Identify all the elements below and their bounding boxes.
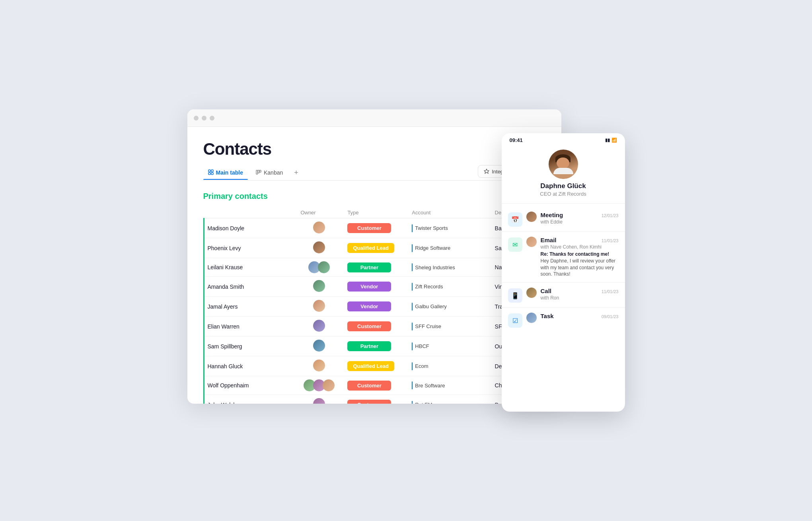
table-icon — [208, 169, 214, 176]
activity-item[interactable]: ☑ Task 09/01/23 — [502, 308, 625, 332]
integrate-icon — [484, 169, 489, 174]
contact-owner — [296, 395, 343, 404]
window-dot-2 — [202, 116, 206, 121]
activity-header: Email 11/01/23 — [541, 237, 619, 243]
activity-item[interactable]: ✉ Email 11/01/23 with Nave Cohen, Ron Ki… — [502, 232, 625, 283]
table-row[interactable]: John WalshCustomerRot EMPrototype — [204, 395, 545, 404]
table-row[interactable]: Jamal AyersVendorGalbu GalleryTrays — [204, 297, 545, 317]
activity-date: 11/01/23 — [602, 289, 619, 294]
activity-type: Meeting — [541, 212, 563, 218]
activity-list: 📅 Meeting 12/01/23 with Eddie ✉ Email 11… — [502, 204, 625, 412]
table-row[interactable]: Phoenix LevyQualified LeadRidge Software… — [204, 238, 545, 258]
mobile-panel: 09:41 ▮▮ 📶 — [502, 133, 625, 412]
activity-person-avatar — [526, 313, 537, 323]
profile-title: CEO at Zift Records — [540, 191, 586, 197]
owner-avatar — [313, 360, 325, 371]
table-row[interactable]: Leilani KrausePartnerSheleg IndustriesNa… — [204, 258, 545, 277]
owner-avatar — [313, 241, 325, 253]
owner-avatar — [323, 379, 335, 391]
contact-account: Bre Software — [407, 376, 490, 395]
svg-rect-0 — [208, 170, 210, 172]
activity-icon-task: ☑ — [508, 313, 522, 328]
activity-type: Task — [541, 313, 554, 319]
email-icon: ✉ — [512, 241, 518, 249]
activity-header: Call 11/01/23 — [541, 288, 619, 294]
contact-name: John Walsh — [204, 395, 296, 404]
table-row[interactable]: Hannah GluckQualified LeadEcomDeal 1 — [204, 356, 545, 376]
profile-section: Daphne Glück CEO at Zift Records — [502, 146, 625, 204]
table-row[interactable]: Wolf OppenhaimCustomerBre SoftwareCheese… — [204, 376, 545, 395]
contact-type: Vendor — [343, 297, 407, 317]
contact-type: Vendor — [343, 277, 407, 297]
contact-account: Ridge Software — [407, 238, 490, 258]
table-row[interactable]: Amanda SmithVendorZift RecordsVinyl EP — [204, 277, 545, 297]
contact-owner — [296, 317, 343, 336]
contact-account: Rot EM — [407, 395, 490, 404]
window-dot-1 — [194, 116, 199, 121]
activity-sub: with Ron — [541, 295, 619, 301]
avatar — [549, 150, 578, 179]
svg-rect-2 — [208, 173, 210, 175]
tab-kanban[interactable]: Kanban — [251, 166, 288, 179]
contact-account: Twister Sports — [407, 218, 490, 238]
activity-body: Call 11/01/23 with Ron — [541, 288, 619, 302]
table-row[interactable]: Sam SpillbergPartnerHBCFOutsourci — [204, 336, 545, 356]
contact-name: Jamal Ayers — [204, 297, 296, 317]
status-time: 09:41 — [510, 137, 523, 143]
contact-name: Hannah Gluck — [204, 356, 296, 376]
contact-type: Qualified Lead — [343, 356, 407, 376]
status-bar: 09:41 ▮▮ 📶 — [502, 133, 625, 146]
svg-rect-1 — [211, 170, 213, 172]
activity-icon-call: 📱 — [508, 288, 522, 303]
activity-body: Meeting 12/01/23 with Eddie — [541, 212, 619, 226]
contacts-table: Owner Type Account Deals Madison DoyleCu… — [203, 207, 545, 404]
activity-icon-email: ✉ — [508, 237, 522, 252]
col-header-type: Type — [343, 207, 407, 218]
contact-name: Wolf Oppenhaim — [204, 376, 296, 395]
owner-avatar — [313, 340, 325, 352]
table-row[interactable]: Madison DoyleCustomerTwister SportsBaske… — [204, 218, 545, 238]
activity-date: 09/01/23 — [602, 314, 619, 319]
contact-name: Amanda Smith — [204, 277, 296, 297]
activity-item[interactable]: 📅 Meeting 12/01/23 with Eddie — [502, 207, 625, 232]
window-chrome — [187, 109, 561, 127]
activity-person-avatar — [526, 212, 537, 222]
owner-avatar — [313, 320, 325, 332]
task-icon: ☑ — [512, 317, 518, 325]
contact-type: Customer — [343, 218, 407, 238]
activity-sub: with Nave Cohen, Ron Kimhi — [541, 244, 619, 250]
activity-date: 12/01/23 — [602, 213, 619, 218]
tab-main-table-label: Main table — [216, 169, 243, 176]
contact-owner — [296, 218, 343, 238]
tab-kanban-label: Kanban — [264, 169, 283, 176]
contact-name: Elian Warren — [204, 317, 296, 336]
activity-preview: Re: Thanks for contacting me!Hey Daphne,… — [541, 251, 619, 278]
contact-account: Ecom — [407, 356, 490, 376]
wifi-icon: 📶 — [611, 138, 617, 143]
svg-rect-3 — [211, 173, 213, 175]
table-row[interactable]: Elian WarrenCustomerSFF CruiseSF cruise — [204, 317, 545, 336]
activity-item[interactable]: 📱 Call 11/01/23 with Ron — [502, 283, 625, 308]
contact-owner — [296, 356, 343, 376]
add-tab-button[interactable]: + — [291, 167, 302, 179]
contact-account: Zift Records — [407, 277, 490, 297]
col-header-owner: Owner — [296, 207, 343, 218]
owner-avatar — [313, 398, 325, 404]
tab-main-table[interactable]: Main table — [203, 166, 248, 179]
activity-type: Call — [541, 288, 552, 294]
activity-type: Email — [541, 237, 557, 243]
activity-person-avatar — [526, 288, 537, 298]
activity-date: 11/01/23 — [602, 238, 619, 243]
section-title: Primary contacts — [203, 192, 545, 201]
window-dot-3 — [210, 116, 214, 121]
contact-name: Leilani Krause — [204, 258, 296, 277]
svg-rect-5 — [258, 170, 259, 173]
activity-icon-meeting: 📅 — [508, 212, 522, 227]
contact-account: SFF Cruise — [407, 317, 490, 336]
owner-avatar — [318, 261, 330, 273]
profile-name: Daphne Glück — [540, 182, 586, 190]
status-icons: ▮▮ 📶 — [605, 138, 617, 143]
kanban-icon — [256, 169, 261, 176]
scene: Contacts Main table — [187, 109, 625, 412]
contact-type: Customer — [343, 376, 407, 395]
